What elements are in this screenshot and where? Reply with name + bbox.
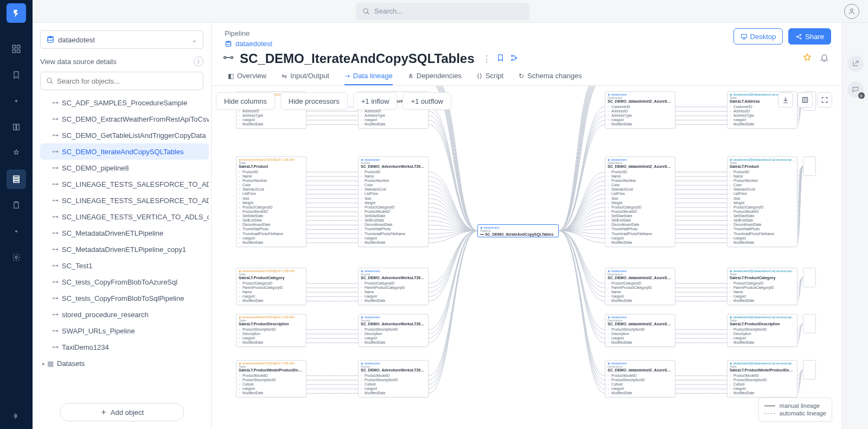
lineage-node[interactable]: ◈ dataedotestDestinationSC_DEMO_dataedot… [605,314,675,347]
datasource-select[interactable]: dataedotest ⌄ [40,30,203,49]
fit-icon[interactable] [797,92,813,108]
lineage-node[interactable]: ◈ dataedotest2@dataedotest2.sql.azuresyn… [727,314,797,347]
lineage-node[interactable]: ◈ dataedotestDestinationSC_DEMO_dataedot… [605,360,675,398]
hide-processors-button[interactable]: Hide processors [280,92,348,110]
tab-script[interactable]: ⟨⟩Script [477,72,503,85]
open-external-icon[interactable] [847,55,864,72]
tabs: ◧Overview⇋Input/Output⇢Data lineage⋔Depe… [212,68,842,86]
download-icon[interactable] [778,92,793,108]
tree-item[interactable]: ⊶SC_LINEAGE_TESTS_VERTICA_TO_ADLS_copy1 [40,209,209,225]
pipeline-icon: ⊶ [52,343,59,351]
lineage-center-node[interactable]: ◈ dataedotestPipeline⊶ SC_DEMO_IterateAn… [477,224,559,237]
comments-icon[interactable]: 0 [847,81,864,98]
tree-group-datasets[interactable]: ▸▦Datasets [40,355,209,371]
rail-bookmark-icon[interactable] [7,65,26,85]
pipeline-icon: ⊶ [52,278,59,286]
tab-input-output[interactable]: ⇋Input/Output [282,72,329,85]
svg-rect-1 [17,45,20,48]
tab-overview[interactable]: ◧Overview [228,72,266,85]
tree-item[interactable]: ⊶SC_LINEAGE_TESTS_SALESFORCE_TO_ADLS [40,176,209,192]
tree-item[interactable]: ⊶SC_ADF_SAMPLES_ProcedureSample [40,94,209,111]
tree-item[interactable]: ⊶TaxiDemo1234 [40,339,209,355]
rail-book-icon[interactable] [7,117,26,137]
inflow-button[interactable]: +1 inflow [353,92,398,110]
lineage-node[interactable]: ◈ AdventureWorksLT2019@10.7.230.204Table… [236,268,307,305]
more-icon[interactable]: ⋮ [482,54,491,64]
lineage-node[interactable]: ◈ AdventureWorksLT2019@10.7.230.204Table… [236,314,307,347]
lineage-node[interactable]: ◈ dataedotest2@dataedotest2.sql.azuresyn… [727,360,797,398]
rail-star-badge-icon[interactable] [7,143,26,163]
svg-point-14 [796,36,797,37]
rail-dashboard-icon[interactable] [7,39,26,59]
info-icon[interactable]: i [194,56,203,66]
desktop-button[interactable]: Desktop [733,28,783,45]
pipeline-icon: ⊶ [52,294,59,302]
lineage-node-stub[interactable] [803,314,816,333]
tree-item[interactable]: ⊶SC_Test1 [40,257,209,274]
lineage-node[interactable]: ◈ dataedotestSourceSC_DEMO_AdventureWork… [358,268,429,305]
lineage-node[interactable]: ◈ AdventureWorksLT2019@10.7.230.204Table… [236,360,307,398]
svg-rect-5 [14,179,20,180]
add-object-button[interactable]: Add object [60,403,184,421]
lineage-node[interactable]: ◈ dataedotest2@dataedotest2.sql.azuresyn… [727,268,797,305]
tree-item[interactable]: ⊶SC_MetadataDrivenETLPipeline_copy1 [40,241,209,257]
tree-item[interactable]: ⊶SC_DEMO_pipeline8 [40,160,209,176]
lineage-node[interactable]: ◈ dataedotestSourceSC_DEMO_AdventureWork… [358,314,429,347]
lineage-node-stub[interactable] [803,360,816,380]
tree-item[interactable]: ⊶SC_MetadataDrivenETLPipeline [40,225,209,241]
tab-dependencies[interactable]: ⋔Dependencies [408,72,462,85]
lineage-node[interactable]: ◈ dataedotestDestinationSC_DEMO_dataedot… [605,156,675,247]
lineage-node[interactable]: ◈ dataedotestSourceSC_DEMO_AdventureWork… [358,156,429,247]
rail-dot2-icon[interactable]: • [7,222,26,241]
tree-item[interactable]: ⊶SC_tests_CopyFromBlobToAzureSql [40,274,209,290]
rail-stack-icon[interactable] [7,169,26,189]
rail-dot-icon[interactable]: • [7,91,26,111]
svg-rect-7 [14,203,18,209]
tree-item[interactable]: ⊶SC_tests_CopyFromBlobToSqlPipeline [40,290,209,306]
tab-data-lineage[interactable]: ⇢Data lineage [344,72,393,85]
rail-clipboard-icon[interactable] [7,195,26,215]
lineage-node[interactable]: ◈ dataedotestDestinationSC_DEMO_dataedot… [605,268,675,305]
lineage-node-stub[interactable] [803,156,816,176]
global-search[interactable]: Search... [356,3,529,20]
tree-item[interactable]: ⊶stored_procedure_research [40,306,209,323]
svg-point-9 [363,8,368,12]
star-icon[interactable] [802,53,812,65]
tree-item[interactable]: ⊶SC_DEMO_ExtractWeatherFromRestApiToCsv [40,111,209,127]
share-icon [795,33,802,40]
svg-point-17 [226,41,231,43]
tree-item[interactable]: ⊶SWAPI_URLs_Pipeline [40,323,209,339]
tree-item[interactable]: ⊶SC_DEMO_IterateAndCopySQLTables [40,143,209,160]
outflow-button[interactable]: +1 outflow [403,92,451,110]
tab-schema-changes[interactable]: ↻Schema changes [519,72,582,85]
pipeline-icon: ⊶ [52,311,59,318]
lineage-node[interactable]: ◈ dataedotestSourceSC_DEMO_AdventureWork… [358,360,429,398]
bell-icon[interactable] [820,53,829,65]
user-avatar[interactable] [844,4,859,19]
rail-gear-icon[interactable] [7,248,26,267]
search-placeholder: Search... [374,7,403,15]
fullscreen-icon[interactable] [817,92,832,108]
tree-item[interactable]: ⊶SC_DEMO_GetTableListAndTriggerCopyData [40,127,209,143]
object-browser: dataedotest ⌄ View data source details i… [33,23,212,429]
share-button[interactable]: Share [788,28,831,45]
hide-columns-button[interactable]: Hide columns [216,92,275,110]
bookmark-icon[interactable] [496,54,505,64]
svg-point-18 [224,56,226,59]
svg-point-19 [231,56,233,59]
search-icon [46,77,54,85]
app-logo[interactable] [7,3,26,23]
tree-item[interactable]: ⊶SC_LINEAGE_TESTS_SALESFORCE_TO_ADLS_cop… [40,192,209,209]
lineage-canvas[interactable]: Hide columns Hide processors +1 inflow +… [212,86,842,429]
lineage-node[interactable]: ◈ dataedotestDestinationSC_DEMO_dataedot… [605,91,675,129]
lineage-node[interactable]: ◈ AdventureWorksLT2019@10.7.230.204Table… [236,156,307,247]
object-search[interactable] [40,72,203,90]
lineage-settings-icon[interactable] [510,54,518,64]
object-search-input[interactable] [57,77,197,85]
panel-label[interactable]: View data source details [40,58,117,66]
lineage-node[interactable]: ◈ dataedotest2@dataedotest2.sql.azuresyn… [727,156,797,247]
lineage-node-stub[interactable] [803,268,816,287]
svg-rect-4 [14,176,20,178]
datasource-name: dataedotest [58,36,95,44]
rail-collapse-icon[interactable] [7,406,26,426]
